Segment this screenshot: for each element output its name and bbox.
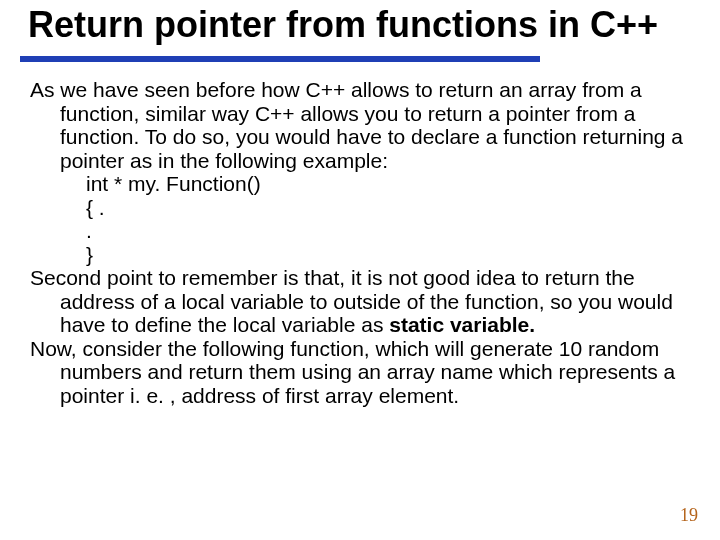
code-line-3: . [30,219,690,243]
paragraph-2-bold: static variable. [389,313,535,336]
title-underline [20,56,540,62]
paragraph-3: Now, consider the following function, wh… [30,337,690,408]
paragraph-1: As we have seen before how C++ allows to… [30,78,690,172]
slide: Return pointer from functions in C++ As … [0,0,720,540]
code-line-2: { . [30,196,690,220]
slide-body: As we have seen before how C++ allows to… [30,78,690,407]
code-line-1: int * my. Function() [30,172,690,196]
page-number: 19 [680,505,698,526]
slide-title: Return pointer from functions in C++ [28,6,718,44]
paragraph-2: Second point to remember is that, it is … [30,266,690,337]
paragraph-2-text: Second point to remember is that, it is … [30,266,673,336]
code-line-4: } [30,243,690,267]
